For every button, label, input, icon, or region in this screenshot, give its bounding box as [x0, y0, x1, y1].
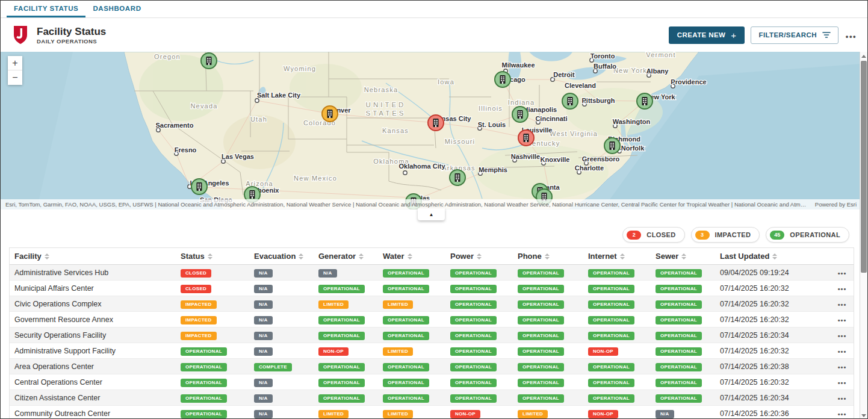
row-overflow-button[interactable]: •••: [838, 379, 847, 386]
cell-evacuation: N/A: [249, 346, 314, 356]
table-row[interactable]: Administrative Support FacilityOPERATION…: [10, 343, 854, 359]
status-badge: OPERATIONAL: [656, 300, 702, 309]
column-header-status[interactable]: Status: [176, 252, 249, 261]
column-header-sewer[interactable]: Sewer: [651, 252, 715, 261]
cell-generator: OPERATIONAL: [314, 284, 378, 293]
status-badge: OPERATIONAL: [656, 285, 702, 293]
tab-facility-status[interactable]: FACILITY STATUS: [7, 1, 85, 17]
table-row[interactable]: Government Resource AnnexIMPACTEDN/AOPER…: [10, 312, 854, 327]
status-badge: LIMITED: [318, 300, 349, 309]
city-label: Washington: [613, 118, 651, 125]
status-badge: OPERATIONAL: [588, 300, 634, 309]
column-header-phone[interactable]: Phone: [513, 252, 583, 261]
row-overflow-button[interactable]: •••: [838, 364, 847, 371]
cell-power: OPERATIONAL: [445, 377, 513, 387]
sort-icon: [772, 253, 777, 259]
facility-marker-operational[interactable]: [512, 107, 528, 122]
city-label: St. Louis: [478, 121, 506, 128]
facility-marker-closed[interactable]: [428, 115, 444, 131]
state-label: Kansas: [382, 127, 409, 134]
scroll-down-arrow-icon[interactable]: [860, 411, 867, 419]
facility-marker-impacted[interactable]: [322, 106, 338, 122]
scroll-up-arrow-icon[interactable]: [860, 52, 867, 60]
city-label: Toronto: [591, 52, 615, 60]
state-label: Missouri: [445, 138, 476, 145]
city-label: Greensboro: [582, 155, 620, 163]
cell-power: NON-OP: [445, 409, 513, 418]
column-header-generator[interactable]: Generator: [314, 252, 378, 261]
table-row[interactable]: Central Operations CenterOPERATIONALN/AO…: [10, 374, 854, 390]
summary-pill-operational[interactable]: 45OPERATIONAL: [766, 227, 849, 243]
cell-water: OPERATIONAL: [378, 393, 445, 403]
row-overflow-button[interactable]: •••: [838, 395, 847, 402]
status-badge: LIMITED: [318, 410, 349, 418]
table-row[interactable]: Area Operations CenterOPERATIONALCOMPLET…: [10, 359, 854, 374]
table-row[interactable]: Civic Operations ComplexIMPACTEDN/ALIMIT…: [10, 296, 854, 312]
table-row[interactable]: Citizen Assistance CenterOPERATIONALN/AO…: [10, 390, 854, 406]
state-label: West Virginia: [550, 130, 598, 137]
facility-marker-operational[interactable]: [450, 170, 465, 185]
row-overflow-button[interactable]: •••: [838, 332, 847, 340]
state-label: Wyoming: [284, 65, 316, 72]
scrollbar-thumb[interactable]: [861, 61, 867, 273]
table-row[interactable]: Community Outreach CenterOPERATIONALN/AL…: [10, 406, 854, 419]
country-label-line: STATES: [365, 110, 406, 117]
summary-count-badge: 2: [627, 231, 641, 240]
cell-evacuation: N/A: [249, 393, 314, 403]
column-header-evacuation[interactable]: Evacuation: [249, 252, 314, 261]
create-new-button[interactable]: CREATE NEW +: [669, 26, 745, 44]
facility-marker-operational[interactable]: [191, 179, 207, 194]
facility-name: Civic Operations Complex: [10, 300, 176, 308]
facility-map[interactable]: OregonWyomingNevadaUtahColoradoNebraskaI…: [1, 52, 861, 210]
row-overflow-button[interactable]: •••: [838, 270, 847, 277]
plus-icon: +: [731, 31, 736, 40]
status-badge: N/A: [318, 269, 337, 278]
row-overflow-button[interactable]: •••: [838, 317, 847, 324]
column-header-facility[interactable]: Facility: [10, 252, 176, 261]
header-overflow-button[interactable]: •••: [845, 29, 858, 41]
status-badge: N/A: [254, 269, 273, 278]
facility-marker-closed[interactable]: [518, 130, 534, 146]
tab-dashboard[interactable]: DASHBOARD: [85, 1, 148, 17]
filter-search-button[interactable]: FILTER/SEARCH: [751, 26, 838, 44]
row-overflow-button[interactable]: •••: [838, 348, 847, 355]
column-header-internet[interactable]: Internet: [583, 252, 651, 261]
facility-marker-operational[interactable]: [201, 53, 217, 69]
cell-sewer: OPERATIONAL: [651, 393, 715, 403]
city-label: Charlotte: [575, 164, 604, 172]
zoom-in-button[interactable]: +: [8, 56, 22, 70]
status-badge: OPERATIONAL: [518, 269, 564, 278]
table-row[interactable]: Municipal Affairs CenterCLOSEDN/AOPERATI…: [10, 281, 854, 296]
row-overflow-button[interactable]: •••: [838, 285, 847, 293]
city-label: Knoxville: [541, 156, 570, 163]
facility-marker-operational[interactable]: [637, 93, 653, 109]
facility-status-app: FACILITY STATUS DASHBOARD Facility Statu…: [0, 0, 868, 419]
table-row[interactable]: Security Operations FacilityIMPACTEDN/AO…: [10, 327, 854, 343]
cell-power: OPERATIONAL: [445, 331, 513, 340]
vertical-scrollbar[interactable]: [860, 52, 867, 419]
sort-icon: [45, 253, 49, 259]
row-overflow-button[interactable]: •••: [838, 411, 847, 418]
status-badge: OPERATIONAL: [450, 300, 497, 309]
facility-marker-operational[interactable]: [604, 138, 620, 154]
facility-marker-operational[interactable]: [562, 93, 578, 109]
zoom-out-button[interactable]: −: [8, 70, 22, 85]
cell-power: OPERATIONAL: [445, 346, 513, 356]
summary-pill-impacted[interactable]: 3IMPACTED: [691, 227, 760, 243]
row-overflow-button[interactable]: •••: [838, 301, 847, 308]
city-label: Norfolk: [621, 144, 645, 152]
status-badge: OPERATIONAL: [656, 363, 702, 371]
summary-pill-closed[interactable]: 2CLOSED: [622, 227, 684, 243]
cell-status: CLOSED: [176, 284, 249, 293]
column-header-water[interactable]: Water: [378, 252, 445, 261]
cell-status: OPERATIONAL: [176, 393, 249, 403]
status-badge: OPERATIONAL: [450, 316, 497, 324]
map-collapse-button[interactable]: ▲: [418, 208, 445, 220]
table-header-row: FacilityStatusEvacuationGeneratorWaterPo…: [10, 248, 854, 265]
column-header-last_updated[interactable]: Last Updated: [715, 252, 829, 261]
column-header-power[interactable]: Power: [445, 252, 513, 261]
table-row[interactable]: Administrative Services HubCLOSEDN/AN/AO…: [10, 265, 854, 281]
filter-search-label: FILTER/SEARCH: [758, 31, 816, 39]
cell-power: OPERATIONAL: [445, 393, 513, 403]
facility-marker-operational[interactable]: [495, 72, 510, 87]
